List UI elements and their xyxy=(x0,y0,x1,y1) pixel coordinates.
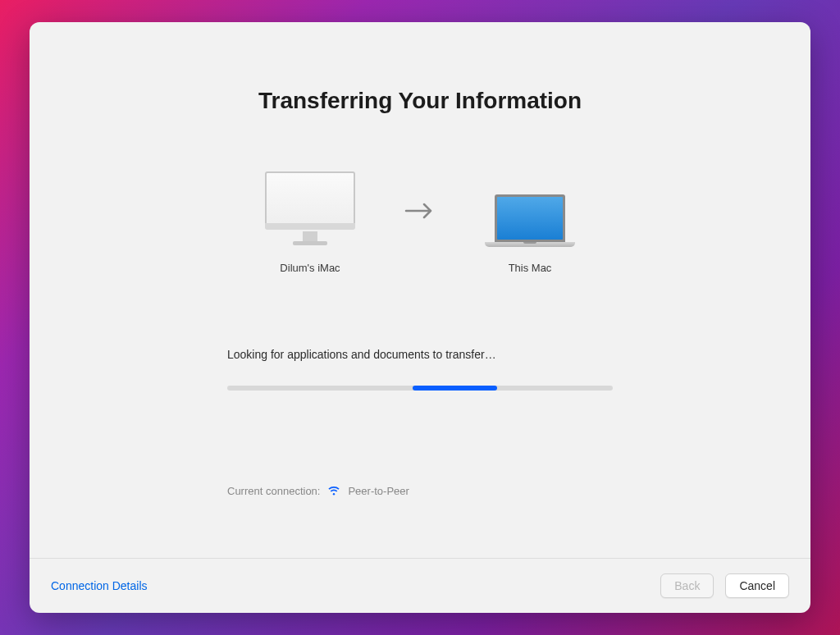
arrow-right-icon xyxy=(404,201,436,221)
connection-type: Peer-to-Peer xyxy=(348,485,409,497)
imac-icon xyxy=(265,171,355,247)
footer: Connection Details Back Cancel xyxy=(30,558,810,613)
migration-assistant-window: Transferring Your Information Dilum's iM… xyxy=(30,22,810,613)
macbook-icon xyxy=(481,171,579,247)
cancel-button[interactable]: Cancel xyxy=(725,573,789,598)
target-device-label: This Mac xyxy=(509,262,552,274)
footer-buttons: Back Cancel xyxy=(660,573,789,598)
page-title: Transferring Your Information xyxy=(258,88,582,114)
devices-row: Dilum's iMac This Mac xyxy=(249,171,591,274)
target-device: This Mac xyxy=(468,171,591,274)
connection-info: Current connection: Peer-to-Peer xyxy=(227,485,613,497)
connection-label: Current connection: xyxy=(227,485,320,497)
wifi-icon xyxy=(328,487,340,496)
connection-details-link[interactable]: Connection Details xyxy=(51,579,148,592)
content-area: Transferring Your Information Dilum's iM… xyxy=(30,22,810,558)
source-device-label: Dilum's iMac xyxy=(280,262,340,274)
progress-bar-fill xyxy=(413,386,497,391)
back-button: Back xyxy=(660,573,714,598)
source-device: Dilum's iMac xyxy=(249,171,372,274)
progress-bar xyxy=(227,386,613,391)
progress-section: Looking for applications and documents t… xyxy=(227,348,613,497)
status-text: Looking for applications and documents t… xyxy=(227,348,613,361)
